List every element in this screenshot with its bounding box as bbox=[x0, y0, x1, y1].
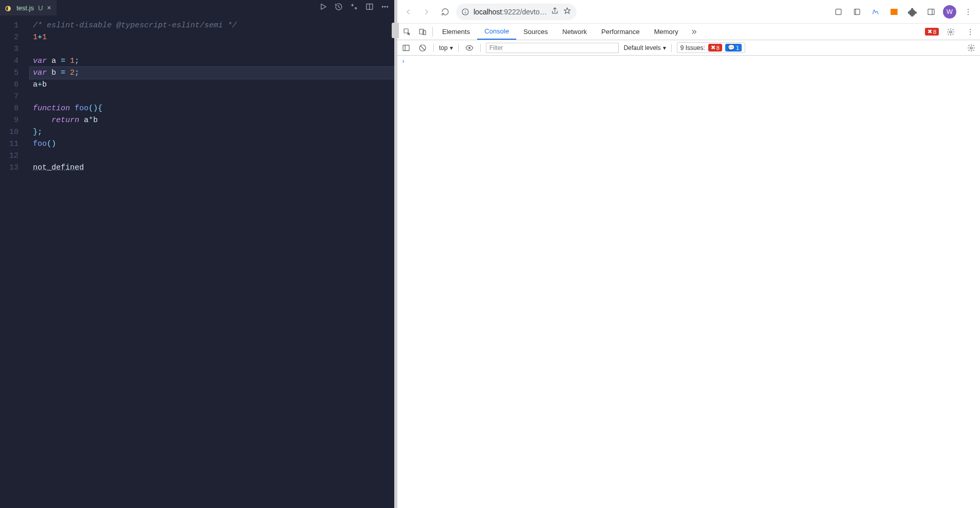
svg-point-15 bbox=[950, 31, 952, 33]
browser-toolbar: localhost:9222/devto… W bbox=[397, 0, 980, 24]
svg-point-2 bbox=[384, 6, 386, 7]
extensions-menu-icon[interactable] bbox=[906, 5, 919, 19]
chrome-menu-icon[interactable] bbox=[961, 5, 975, 19]
log-levels-selector[interactable]: Default levels ▾ bbox=[624, 44, 666, 52]
line-number: 3 bbox=[0, 43, 19, 55]
editor-body[interactable]: 1 2 3 4 5 6 7 8 9 10 11 12 13 /* eslint-… bbox=[0, 15, 394, 508]
tab-sources[interactable]: Sources bbox=[516, 24, 555, 40]
extension-icon[interactable] bbox=[850, 5, 864, 19]
nav-back-button[interactable] bbox=[400, 4, 416, 20]
line-number: 4 bbox=[0, 55, 19, 67]
reload-button[interactable] bbox=[437, 4, 453, 20]
bookmark-icon[interactable] bbox=[563, 7, 571, 16]
code-line: function foo(){ bbox=[30, 103, 394, 114]
svg-point-1 bbox=[382, 6, 383, 7]
toggle-sidebar-icon[interactable] bbox=[400, 44, 412, 52]
issues-counter[interactable]: 9 Issues: ✖ 8 💬 1 bbox=[677, 42, 745, 53]
svg-rect-19 bbox=[403, 45, 409, 50]
avatar-initial: W bbox=[947, 8, 953, 15]
tab-filename: test.js bbox=[16, 4, 34, 12]
code-line: }; bbox=[30, 126, 394, 138]
svg-point-11 bbox=[968, 13, 969, 14]
code-line bbox=[30, 150, 394, 162]
svg-rect-8 bbox=[928, 9, 934, 14]
svg-rect-6 bbox=[854, 9, 860, 14]
issues-label: 9 Issues: bbox=[680, 44, 705, 52]
extensions-area: W bbox=[832, 5, 977, 19]
extension-icon[interactable] bbox=[832, 5, 845, 19]
issues-error-badge: ✖ 8 bbox=[708, 44, 722, 52]
history-icon[interactable] bbox=[335, 3, 343, 13]
console-prompt-icon: › bbox=[401, 58, 405, 65]
js-file-icon: ◑ bbox=[5, 4, 12, 12]
split-editor-icon[interactable] bbox=[365, 3, 374, 13]
line-number: 2 bbox=[0, 31, 19, 43]
context-selector[interactable]: top ▾ bbox=[439, 44, 453, 52]
line-number: 11 bbox=[0, 138, 19, 150]
editor-tabbar: ◑ test.js U × bbox=[0, 0, 394, 15]
svg-point-21 bbox=[468, 47, 470, 49]
code-line: 1+1 bbox=[30, 31, 394, 43]
console-filter-input[interactable] bbox=[486, 43, 619, 53]
editor-tab-testjs[interactable]: ◑ test.js U × bbox=[0, 0, 57, 15]
console-output[interactable]: › bbox=[397, 56, 980, 508]
devtools-tabbar: Elements Console Sources Network Perform… bbox=[397, 24, 980, 40]
line-number: 5 bbox=[0, 67, 19, 79]
separator bbox=[432, 27, 433, 37]
line-number: 6 bbox=[0, 79, 19, 91]
svg-point-18 bbox=[970, 33, 971, 35]
tab-network[interactable]: Network bbox=[555, 24, 594, 40]
separator bbox=[433, 44, 434, 52]
tab-performance[interactable]: Performance bbox=[594, 24, 646, 40]
run-icon[interactable] bbox=[319, 3, 327, 13]
line-number: 7 bbox=[0, 91, 19, 103]
issues-info-badge: 💬 1 bbox=[725, 44, 742, 52]
svg-point-22 bbox=[970, 47, 972, 49]
devtools-settings-icon[interactable] bbox=[943, 28, 958, 36]
pane-splitter[interactable] bbox=[394, 0, 397, 508]
console-settings-icon[interactable] bbox=[966, 44, 977, 52]
code-line: /* eslint-disable @typescript-eslint/sem… bbox=[30, 20, 394, 31]
line-number: 9 bbox=[0, 114, 19, 126]
code-line: a+b bbox=[30, 79, 394, 91]
browser-pane: localhost:9222/devto… W Elements Console… bbox=[397, 0, 980, 508]
share-icon[interactable] bbox=[551, 7, 559, 16]
svg-point-10 bbox=[968, 11, 969, 12]
line-number: 1 bbox=[0, 20, 19, 31]
svg-rect-5 bbox=[836, 9, 842, 14]
extension-icon[interactable] bbox=[869, 5, 882, 19]
code-line: return a*b bbox=[30, 114, 394, 126]
clear-console-icon[interactable] bbox=[417, 44, 428, 52]
device-toolbar-icon[interactable] bbox=[415, 24, 430, 40]
code-line bbox=[30, 91, 394, 103]
extension-icon[interactable] bbox=[887, 5, 901, 19]
close-tab-icon[interactable]: × bbox=[47, 4, 51, 12]
tab-memory[interactable]: Memory bbox=[647, 24, 686, 40]
inspect-element-icon[interactable] bbox=[399, 24, 415, 40]
svg-point-17 bbox=[970, 31, 971, 32]
site-info-icon[interactable] bbox=[461, 8, 469, 16]
address-bar[interactable]: localhost:9222/devto… bbox=[456, 4, 576, 20]
editor-pane: ◑ test.js U × 1 2 3 4 5 6 7 8 9 10 11 bbox=[0, 0, 394, 508]
tab-elements[interactable]: Elements bbox=[435, 24, 477, 40]
svg-point-3 bbox=[387, 6, 388, 7]
error-count-badge[interactable]: ✖ 8 bbox=[925, 28, 939, 36]
code-content[interactable]: /* eslint-disable @typescript-eslint/sem… bbox=[30, 15, 394, 508]
compare-icon[interactable] bbox=[350, 3, 358, 13]
code-line: var a = 1; bbox=[30, 55, 394, 67]
side-panel-icon[interactable] bbox=[924, 5, 938, 19]
chevron-down-icon: ▾ bbox=[450, 44, 453, 52]
console-toolbar: top ▾ Default levels ▾ 9 Issues: ✖ 8 💬 1 bbox=[397, 40, 980, 56]
profile-avatar[interactable]: W bbox=[943, 5, 956, 19]
code-line-current: var b = 2; bbox=[30, 67, 394, 79]
devtools-menu-icon[interactable] bbox=[962, 28, 978, 36]
live-expression-icon[interactable] bbox=[464, 44, 475, 52]
nav-forward-button[interactable] bbox=[419, 4, 434, 20]
more-actions-icon[interactable] bbox=[381, 3, 389, 13]
tab-console[interactable]: Console bbox=[477, 24, 516, 40]
editor-tabs: ◑ test.js U × bbox=[0, 0, 57, 15]
code-line: foo() bbox=[30, 138, 394, 150]
line-number-gutter: 1 2 3 4 5 6 7 8 9 10 11 12 13 bbox=[0, 15, 30, 508]
svg-rect-7 bbox=[890, 9, 898, 15]
more-tabs-icon[interactable] bbox=[686, 24, 701, 40]
